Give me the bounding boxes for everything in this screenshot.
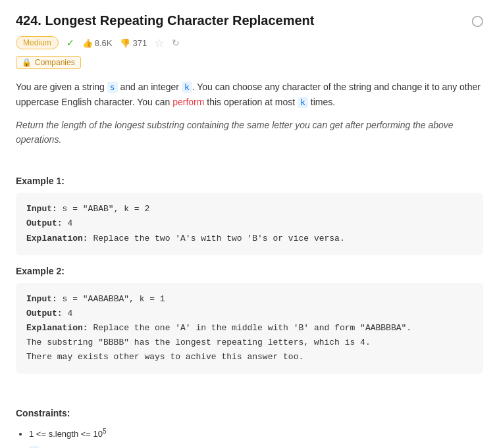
desc-part4: this operation at most [204, 97, 298, 107]
thumbdown-icon: 👎 [120, 38, 130, 48]
example2-line2: The substring "BBBB" has the longest rep… [26, 336, 473, 350]
example2-title: Example 2: [16, 266, 483, 276]
dislike-count: 👎 371 [120, 38, 147, 48]
desc-part5: times. [308, 97, 335, 107]
timer-icon: ◯ [471, 14, 483, 27]
difficulty-badge[interactable]: Medium [16, 36, 59, 49]
accepted-icon: ✓ [66, 37, 74, 48]
example2-input-row: Input: s = "AABABBA", k = 1 [26, 292, 473, 307]
thumbup-icon: 👍 [82, 38, 93, 48]
example1-title: Example 1: [16, 176, 483, 186]
star-icon[interactable]: ☆ [155, 37, 164, 49]
k-variable2: k [298, 97, 308, 108]
example2-explanation-row: Explanation: Replace the one 'A' in the … [26, 321, 473, 336]
constraint-1: 1 <= s.length <= 105 [29, 425, 483, 443]
s-variable: s [107, 82, 118, 93]
meta-row: Medium ✓ 👍 8.6K 👎 371 ☆ ↻ [16, 36, 483, 49]
constraint-2: s consists of only uppercase English let… [29, 443, 483, 448]
constraint-list: 1 <= s.length <= 105 s consists of only … [16, 425, 483, 448]
constraint1-sup: 5 [103, 428, 107, 435]
accepted-count: 👍 8.6K [82, 38, 113, 48]
problem-description-italic: Return the length of the longest substri… [16, 118, 483, 147]
example1-explanation-row: Explanation: Replace the two 'A's with t… [26, 232, 473, 246]
example1-box: Input: s = "ABAB", k = 2 Output: 4 Expla… [16, 193, 483, 255]
desc-part1: You are given a string [16, 82, 107, 92]
example2-box: Input: s = "AABABBA", k = 1 Output: 4 Ex… [16, 283, 483, 374]
perform-text: perform [172, 97, 204, 107]
example1-output-row: Output: 4 [26, 216, 473, 231]
constraint1-text: 1 <= s.length <= 105 [29, 429, 107, 439]
example2-output-row: Output: 4 [26, 307, 473, 321]
constraints-title: Constraints: [16, 408, 483, 418]
example1-input-row: Input: s = "ABAB", k = 2 [26, 202, 473, 216]
desc-part2: and an integer [118, 82, 182, 92]
companies-tag[interactable]: 🔒 Companies [16, 56, 81, 69]
problem-description: You are given a string s and an integer … [16, 80, 483, 110]
constraints-section: Constraints: 1 <= s.length <= 105 s cons… [16, 408, 483, 448]
k-variable: k [182, 82, 192, 93]
problem-title: 424. Longest Repeating Character Replace… [16, 13, 314, 28]
lock-icon: 🔒 [22, 58, 32, 67]
refresh-icon[interactable]: ↻ [172, 37, 180, 48]
example2-line3: There may exists other ways to achive th… [26, 350, 473, 364]
